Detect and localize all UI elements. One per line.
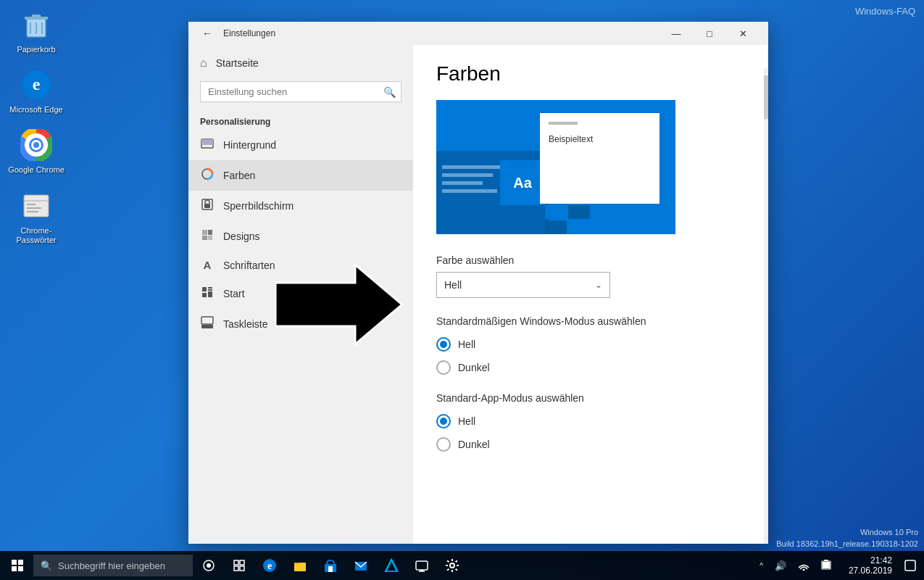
desktop-icon-chrome[interactable]: Google Chrome xyxy=(7,128,65,175)
task-switch-button[interactable] xyxy=(225,551,254,580)
back-button[interactable]: ← xyxy=(197,23,217,44)
svg-rect-60 xyxy=(823,562,830,568)
svg-rect-61 xyxy=(905,560,915,571)
taskbar-mail-icon[interactable] xyxy=(346,551,375,580)
taskbar-explorer-icon[interactable] xyxy=(286,551,315,580)
svg-text:e: e xyxy=(33,75,41,94)
svg-rect-22 xyxy=(202,230,207,235)
notification-button[interactable] xyxy=(899,551,921,580)
svg-rect-33 xyxy=(201,317,213,324)
taskbar-store-icon[interactable] xyxy=(316,551,345,580)
scrollbar-track[interactable] xyxy=(764,68,768,544)
tray-network-icon[interactable] xyxy=(794,556,814,576)
main-content: Farben Aa xyxy=(413,45,768,544)
edge-label: Microsoft Edge xyxy=(9,105,62,115)
windows-mode-hell[interactable]: Hell xyxy=(436,337,745,352)
clock-date: 27.06.2019 xyxy=(849,566,892,576)
svg-rect-25 xyxy=(208,236,212,240)
chrome-passwords-icon xyxy=(19,188,54,223)
svg-rect-2 xyxy=(32,14,41,17)
windows-hell-label: Hell xyxy=(458,339,475,350)
svg-rect-49 xyxy=(328,566,333,572)
title-bar-title: Einstellungen xyxy=(223,28,659,38)
taskbar-clock[interactable]: 21:42 27.06.2019 xyxy=(843,555,898,576)
tray-expand-icon[interactable]: ^ xyxy=(755,559,767,573)
app-dunkel-radio[interactable] xyxy=(436,437,451,452)
sidebar-item-farben[interactable]: Farben xyxy=(188,160,413,191)
preview-small-tiles xyxy=(545,205,590,234)
scrollbar-thumb[interactable] xyxy=(764,75,768,119)
taskbar-icon6[interactable] xyxy=(377,551,406,580)
desktop-icons-container: Papierkorb e Microsoft Edge xyxy=(7,7,65,245)
home-icon: ⌂ xyxy=(200,57,207,70)
svg-rect-21 xyxy=(204,204,210,208)
windows-dunkel-radio[interactable] xyxy=(436,360,451,375)
svg-rect-44 xyxy=(240,566,244,571)
tray-battery-icon[interactable] xyxy=(817,556,836,576)
svg-rect-42 xyxy=(240,560,244,565)
app-hell-radio[interactable] xyxy=(436,414,451,428)
svg-rect-29 xyxy=(208,291,212,293)
windows-dunkel-label: Dunkel xyxy=(458,362,490,373)
watermark-text: Windows-FAQ xyxy=(855,6,915,17)
color-select-label: Farbe auswählen xyxy=(436,254,745,266)
sidebar-item-sperrbildschirm[interactable]: Sperrbildschirm xyxy=(188,191,413,221)
svg-point-56 xyxy=(450,563,454,568)
tray-volume-icon[interactable]: 🔊 xyxy=(770,558,791,574)
task-view-button[interactable] xyxy=(194,551,223,580)
schriftarten-icon: A xyxy=(200,259,215,271)
preview-sample-text: Beispieltext xyxy=(549,134,593,144)
color-preview: Aa Beispieltext xyxy=(436,100,675,234)
sidebar-item-hintergrund[interactable]: Hintergrund xyxy=(188,130,413,160)
edge-icon: e xyxy=(19,67,54,102)
windows-mode-dunkel[interactable]: Dunkel xyxy=(436,360,745,375)
desktop-icon-edge[interactable]: e Microsoft Edge xyxy=(7,67,65,115)
preview-sample-box: Beispieltext xyxy=(540,113,659,204)
app-dunkel-label: Dunkel xyxy=(458,439,490,450)
start-icon xyxy=(200,286,215,302)
svg-rect-15 xyxy=(27,207,41,209)
desktop-icon-chrome-passwords[interactable]: Chrome-Passwörter xyxy=(7,188,65,245)
taskbar-edge-icon[interactable]: e xyxy=(255,551,284,580)
page-title: Farben xyxy=(436,62,745,86)
windows-mode-radio-group: Hell Dunkel xyxy=(436,337,745,375)
taskbar-icon7[interactable] xyxy=(407,551,436,580)
build-info: Windows 10 Pro Build 18362.19h1_release.… xyxy=(776,527,918,550)
svg-text:e: e xyxy=(267,560,272,571)
search-input[interactable] xyxy=(200,81,401,102)
sidebar-home[interactable]: ⌂ Startseite xyxy=(188,51,413,75)
windows-mode-title: Standardmäßigen Windows-Modus auswählen xyxy=(436,315,745,327)
taskleiste-label: Taskleiste xyxy=(223,318,267,330)
app-mode-hell[interactable]: Hell xyxy=(436,414,745,428)
desktop: Windows-FAQ Papierkorb e xyxy=(0,0,924,580)
chrome-icon xyxy=(19,128,54,162)
svg-point-40 xyxy=(207,563,211,568)
sidebar-item-designs[interactable]: Designs xyxy=(188,221,413,252)
start-button[interactable] xyxy=(3,551,32,580)
taskbar-settings-icon[interactable] xyxy=(438,551,467,580)
svg-rect-28 xyxy=(208,289,212,291)
desktop-icon-recycle-bin[interactable]: Papierkorb xyxy=(7,7,65,54)
svg-rect-12 xyxy=(24,195,49,217)
clock-time: 21:42 xyxy=(870,555,892,566)
hintergrund-icon xyxy=(200,137,215,153)
close-button[interactable]: ✕ xyxy=(726,22,759,45)
minimize-button[interactable]: — xyxy=(659,22,693,45)
windows-hell-radio[interactable] xyxy=(436,337,451,352)
title-bar: ← Einstellungen — □ ✕ xyxy=(188,22,768,45)
app-mode-title: Standard-App-Modus auswählen xyxy=(436,392,745,404)
chrome-label: Google Chrome xyxy=(8,165,64,175)
taskbar-search[interactable]: 🔍 Suchbegriff hier eingeben xyxy=(33,555,193,576)
maximize-button[interactable]: □ xyxy=(693,22,726,45)
designs-icon xyxy=(200,228,215,244)
color-dropdown[interactable]: Hell ⌄ xyxy=(436,272,610,298)
svg-point-11 xyxy=(33,142,39,148)
svg-rect-38 xyxy=(18,566,23,571)
svg-rect-27 xyxy=(208,287,212,289)
recycle-bin-icon xyxy=(19,7,54,42)
svg-rect-53 xyxy=(416,561,428,570)
arrow-annotation xyxy=(275,261,406,351)
build-line1: Windows 10 Pro xyxy=(776,527,918,538)
taskbar: 🔍 Suchbegriff hier eingeben e xyxy=(0,551,924,580)
app-mode-dunkel[interactable]: Dunkel xyxy=(436,437,745,452)
